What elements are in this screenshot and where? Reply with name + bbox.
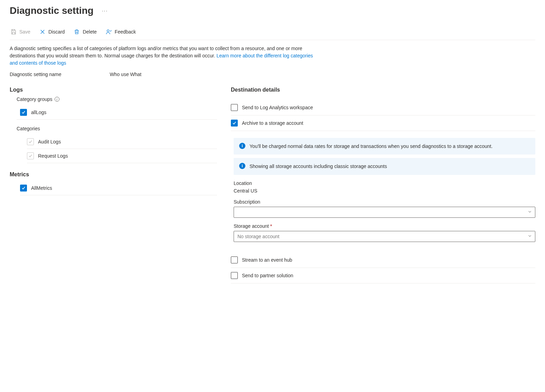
discard-button[interactable]: Discard (39, 27, 65, 36)
info-icon: i (239, 143, 245, 149)
audit-logs-checkbox (27, 138, 34, 145)
feedback-label: Feedback (115, 29, 136, 35)
description-text: A diagnostic setting specifies a list of… (10, 45, 314, 67)
page-title: Diagnostic setting (10, 5, 94, 16)
categories-label: Categories (17, 126, 217, 131)
request-logs-checkbox (27, 152, 34, 159)
all-metrics-label: AllMetrics (31, 185, 52, 191)
info-icon: i (239, 163, 245, 169)
location-field: Location Central US (234, 180, 535, 194)
subscription-select[interactable] (234, 207, 535, 218)
close-icon (39, 29, 46, 35)
logs-section-title: Logs (10, 87, 217, 93)
chevron-down-icon (527, 233, 532, 239)
storage-row: Archive to a storage account (231, 115, 535, 131)
divider (27, 163, 217, 163)
log-analytics-label: Send to Log Analytics workspace (242, 105, 313, 110)
more-menu-icon[interactable]: ··· (102, 8, 108, 13)
storage-account-placeholder: No storage account (237, 234, 279, 239)
all-logs-checkbox[interactable] (20, 109, 27, 116)
setting-name-row: Diagnostic setting name Who use What (10, 72, 535, 77)
info-icon[interactable]: i (55, 97, 59, 102)
log-analytics-row: Send to Log Analytics workspace (231, 100, 535, 115)
all-metrics-row: AllMetrics (20, 181, 217, 195)
destination-section-title: Destination details (231, 87, 535, 93)
info-banner-accounts: i Showing all storage accounts including… (234, 158, 535, 175)
audit-logs-row: Audit Logs (27, 135, 217, 149)
divider (17, 119, 217, 120)
category-groups-text: Category groups (17, 96, 53, 102)
main-content: Logs Category groups i allLogs Categorie… (10, 87, 535, 283)
request-logs-row: Request Logs (27, 149, 217, 163)
page-header: Diagnostic setting ··· (10, 5, 535, 16)
save-label: Save (19, 29, 30, 35)
storage-details: i You'll be charged normal data rates fo… (231, 138, 535, 242)
all-logs-row: allLogs (20, 105, 217, 119)
all-logs-label: allLogs (31, 110, 46, 115)
left-column: Logs Category groups i allLogs Categorie… (10, 87, 217, 195)
delete-button[interactable]: Delete (73, 27, 97, 36)
log-analytics-checkbox[interactable] (231, 104, 238, 111)
info-msg-accounts: Showing all storage accounts including c… (250, 163, 387, 170)
event-hub-label: Stream to an event hub (242, 257, 292, 263)
location-label: Location (234, 180, 535, 186)
all-metrics-checkbox[interactable] (20, 185, 27, 192)
feedback-button[interactable]: Feedback (105, 27, 137, 36)
category-groups-label: Category groups i (17, 96, 217, 102)
delete-label: Delete (83, 29, 96, 35)
save-icon (10, 29, 17, 35)
storage-account-label: Storage account * (234, 223, 535, 229)
event-hub-checkbox[interactable] (231, 256, 238, 263)
setting-name-value: Who use What (110, 72, 141, 77)
svg-point-0 (107, 30, 109, 32)
info-banner-rates: i You'll be charged normal data rates fo… (234, 138, 535, 155)
event-hub-row: Stream to an event hub (231, 252, 535, 268)
storage-account-select[interactable]: No storage account (234, 231, 535, 242)
partner-label: Send to partner solution (242, 273, 293, 278)
toolbar: Save Discard Delete Feedback (10, 25, 535, 40)
right-column: Destination details Send to Log Analytic… (231, 87, 535, 283)
setting-name-label: Diagnostic setting name (10, 72, 61, 77)
delete-icon (74, 29, 80, 35)
storage-account-field: Storage account * No storage account (234, 223, 535, 242)
feedback-icon (106, 29, 112, 35)
partner-row: Send to partner solution (231, 268, 535, 283)
info-msg-rates: You'll be charged normal data rates for … (250, 143, 492, 150)
discard-label: Discard (48, 29, 65, 35)
metrics-section-title: Metrics (10, 171, 217, 178)
audit-logs-label: Audit Logs (38, 139, 61, 144)
save-button: Save (10, 27, 31, 36)
required-indicator: * (270, 223, 272, 229)
storage-checkbox[interactable] (231, 120, 238, 127)
partner-checkbox[interactable] (231, 272, 238, 279)
subscription-label: Subscription (234, 199, 535, 205)
location-value: Central US (234, 188, 535, 194)
chevron-down-icon (527, 209, 532, 215)
request-logs-label: Request Logs (38, 153, 68, 159)
storage-label: Archive to a storage account (242, 120, 303, 126)
subscription-field: Subscription (234, 199, 535, 218)
storage-account-label-text: Storage account (234, 223, 269, 229)
